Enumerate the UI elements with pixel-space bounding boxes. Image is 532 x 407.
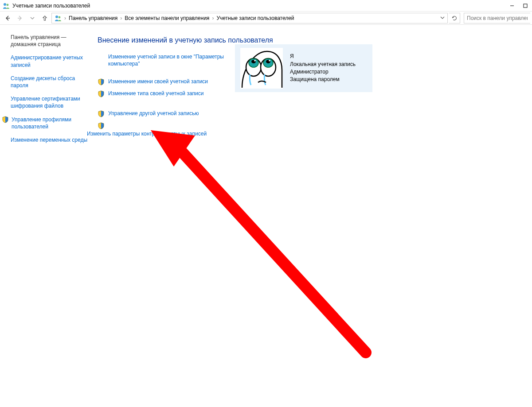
avatar <box>240 48 283 89</box>
back-button[interactable] <box>2 12 13 24</box>
account-card: Я Локальная учетная запись Администратор… <box>235 44 372 92</box>
account-protection: Защищена паролем <box>290 76 356 83</box>
sidebar-item-password-reset-disk[interactable]: Создание дискеты сброса пароля <box>11 75 88 89</box>
account-info: Я Локальная учетная запись Администратор… <box>290 53 356 84</box>
users-icon <box>55 15 62 22</box>
shield-icon <box>98 122 105 129</box>
chevron-right-icon[interactable]: › <box>211 15 215 21</box>
sidebar-item-admin-accounts[interactable]: Администрирование учетных записей <box>11 54 88 68</box>
shield-icon <box>98 78 105 85</box>
page-heading: Внесение изменений в учетную запись поль… <box>98 36 523 44</box>
minimize-button[interactable] <box>505 0 519 12</box>
sidebar-home-link[interactable]: Панель управления — домашняя страница <box>11 34 88 48</box>
address-bar[interactable]: › Панель управления › Все элементы панел… <box>51 13 448 23</box>
titlebar: Учетные записи пользователей <box>0 0 532 12</box>
account-type: Локальная учетная запись <box>290 61 356 68</box>
maximize-button[interactable] <box>519 0 532 12</box>
address-dropdown-button[interactable] <box>438 15 446 21</box>
account-name: Я <box>290 53 356 60</box>
sidebar-item-env-vars[interactable]: Изменение переменных среды <box>11 136 88 143</box>
recent-locations-button[interactable] <box>27 12 38 24</box>
shield-icon <box>98 90 105 97</box>
sidebar: Панель управления — домашняя страница Ад… <box>0 25 93 407</box>
window-controls <box>505 0 532 12</box>
task-change-type[interactable]: Изменение типа своей учетной записи <box>108 90 203 97</box>
forward-button[interactable] <box>14 12 26 24</box>
task-change-name[interactable]: Изменение имени своей учетной записи <box>108 78 208 85</box>
search-box[interactable] <box>464 13 530 23</box>
window-title: Учетные записи пользователей <box>12 3 90 9</box>
account-role: Администратор <box>290 68 356 76</box>
breadcrumb-seg-2[interactable]: Все элементы панели управления <box>123 15 211 21</box>
svg-point-10 <box>254 60 256 62</box>
breadcrumb-seg-3[interactable]: Учетные записи пользователей <box>215 15 296 21</box>
shield-icon <box>2 116 9 123</box>
task-change-in-settings[interactable]: Изменение учетной записи в окне "Парамет… <box>108 53 231 67</box>
main-content: Внесение изменений в учетную запись поль… <box>93 25 532 407</box>
nav-row: › Панель управления › Все элементы панел… <box>0 12 532 25</box>
sidebar-item-encryption-certs[interactable]: Управление сертификатами шифрования файл… <box>11 95 88 109</box>
svg-point-14 <box>269 60 270 62</box>
task-change-uac[interactable]: Изменить параметры контроля учетных запи… <box>87 130 231 137</box>
breadcrumb-seg-1[interactable]: Панель управления <box>67 15 119 21</box>
sidebar-item-user-profiles[interactable]: Управление профилями пользователей <box>12 116 88 130</box>
refresh-button[interactable] <box>449 13 460 23</box>
up-button[interactable] <box>39 12 51 24</box>
svg-line-15 <box>175 144 366 353</box>
search-input[interactable] <box>466 15 528 22</box>
users-icon <box>3 2 10 9</box>
chevron-right-icon[interactable]: › <box>119 15 123 21</box>
task-manage-other[interactable]: Управление другой учетной записью <box>108 110 199 117</box>
shield-icon <box>98 110 105 117</box>
chevron-right-icon[interactable]: › <box>63 15 67 21</box>
svg-rect-3 <box>524 4 527 8</box>
